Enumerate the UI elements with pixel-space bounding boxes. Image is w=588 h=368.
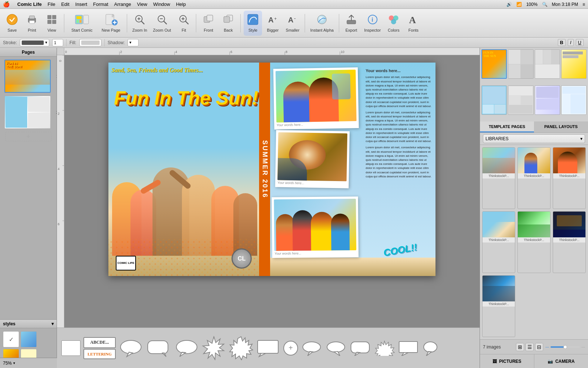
photo-item[interactable]: ThinkstockP... <box>553 211 586 273</box>
menu-extras-icon[interactable]: ≡ <box>582 2 585 7</box>
view-button[interactable]: View <box>43 11 61 36</box>
bigger-button[interactable]: A + Bigger <box>263 11 282 36</box>
photo-item[interactable]: ThinkstockP... <box>482 275 515 337</box>
comic-page[interactable]: Fun In The Sun! Sand, Sea, Friends and G… <box>108 63 435 276</box>
svg-rect-12 <box>83 15 89 24</box>
rect-bubble[interactable] <box>256 339 280 357</box>
small-spiky-1[interactable] <box>374 340 395 356</box>
grid-view-button[interactable]: ⊞ <box>516 343 524 351</box>
fit-button[interactable]: Fit <box>175 11 193 36</box>
small-speech-1[interactable] <box>349 340 371 356</box>
menu-insert[interactable]: Insert <box>75 1 87 7</box>
camera-button[interactable]: 📷 CAMERA <box>534 354 588 368</box>
list-item[interactable]: FUN INTHE SUN! 1 <box>4 60 52 93</box>
photo-panel-2[interactable]: Your words here... <box>275 130 350 188</box>
stroke-control[interactable]: ▾ <box>20 39 49 46</box>
save-button[interactable]: Save <box>3 11 21 36</box>
front-button[interactable]: Front <box>199 11 218 36</box>
italic-button[interactable]: I <box>568 39 574 46</box>
menu-format[interactable]: Format <box>93 1 108 7</box>
details-view-button[interactable]: ⊟ <box>535 343 543 351</box>
template-item[interactable]: FUN INTHE SUN <box>481 49 507 79</box>
photo-item[interactable]: ThinkstockP... <box>482 211 515 273</box>
export-button[interactable]: Export <box>342 11 361 36</box>
new-page-button[interactable]: New Page <box>98 11 124 36</box>
spotlight-icon[interactable]: 🔍 <box>542 2 548 7</box>
apple-menu[interactable]: 🍎 <box>3 1 10 8</box>
libraries-dropdown[interactable]: LIBRARIES ▾ <box>483 134 585 143</box>
template-item[interactable] <box>561 85 587 115</box>
tab-template-pages[interactable]: TEMPLATE PAGES <box>480 121 534 132</box>
style-item[interactable]: ✓ <box>3 331 19 347</box>
shadow-control[interactable]: ▾ <box>128 39 139 46</box>
bold-button[interactable]: B <box>558 39 566 46</box>
menu-file[interactable]: File <box>47 1 55 7</box>
zoom-in-button[interactable]: Zoom In <box>130 11 149 36</box>
photo-panel-3[interactable]: Your words here... <box>272 197 358 258</box>
template-item[interactable] <box>508 85 533 115</box>
page-right[interactable]: Your words here... Your words here... Lo… <box>270 63 435 276</box>
volume-icon[interactable]: 🔊 <box>506 2 512 7</box>
svg-rect-6 <box>47 20 51 24</box>
tab-panel-layouts[interactable]: PANEL LAYOUTS <box>534 121 588 132</box>
menu-edit[interactable]: Edit <box>61 1 69 7</box>
plus-button[interactable]: + <box>283 341 298 355</box>
list-item[interactable]: 2 <box>4 96 52 129</box>
spiky-bubble[interactable] <box>202 336 226 360</box>
fonts-button[interactable]: A Fonts <box>404 11 423 36</box>
pictures-label: PICTURES <box>499 359 521 364</box>
photo-panel-1[interactable]: Your words here... <box>273 67 359 130</box>
photo-item[interactable]: ThinkstockP... <box>517 147 551 209</box>
style-button[interactable]: Style <box>244 11 262 36</box>
template-item[interactable] <box>535 85 560 115</box>
fill-control[interactable] <box>79 39 101 46</box>
template-item[interactable] <box>508 49 533 79</box>
spiky-bubble-2[interactable] <box>229 336 253 360</box>
pictures-button[interactable]: 🖼 PICTURES <box>480 354 534 368</box>
small-oval-3[interactable] <box>422 340 439 356</box>
template-item[interactable] <box>561 49 587 79</box>
small-rect-1[interactable] <box>398 340 419 356</box>
photo-label: ThinkstockP... <box>483 301 515 307</box>
oval-bubble[interactable] <box>119 339 143 357</box>
photo-item[interactable]: ThinkstockP... <box>553 147 586 209</box>
canvas-container[interactable]: Fun In The Sun! Sand, Sea, Friends and G… <box>64 55 480 328</box>
stroke-size-control[interactable]: 1 <box>52 39 63 46</box>
menu-help[interactable]: Help <box>176 1 186 7</box>
time-display: Mon 3:18 PM <box>552 2 578 7</box>
template-item[interactable] <box>481 85 507 115</box>
menu-comic-life[interactable]: Comic Life <box>17 1 42 7</box>
photo-item[interactable]: ThinkstockP... <box>482 147 515 209</box>
oval-bubble-2[interactable] <box>175 339 199 357</box>
small-oval-1[interactable] <box>301 340 322 356</box>
menu-view[interactable]: View <box>137 1 147 7</box>
start-comic-button[interactable]: Start Comic <box>67 11 97 36</box>
blank-panel-item[interactable] <box>61 340 80 356</box>
smaller-button[interactable]: A - Smaller <box>283 11 302 36</box>
small-oval-2[interactable] <box>325 340 347 356</box>
add-page-button[interactable]: + <box>5 132 51 141</box>
fit-label: Fit <box>182 28 186 32</box>
style-item[interactable] <box>21 331 37 347</box>
menu-window[interactable]: Window <box>153 1 170 7</box>
underline-button[interactable]: U <box>576 39 584 46</box>
back-button[interactable]: Back <box>219 11 237 36</box>
lettering-bubble[interactable]: ABCDE... LETTERING <box>83 337 116 359</box>
styles-expand[interactable]: ▾ <box>51 321 54 326</box>
photo-item[interactable]: ThinkstockP... <box>517 211 551 273</box>
colors-button[interactable]: Colors <box>384 11 403 36</box>
page-left[interactable]: Fun In The Sun! Sand, Sea, Friends and G… <box>108 63 270 276</box>
svg-point-57 <box>121 340 141 354</box>
shadow-dropdown[interactable]: ▾ <box>129 40 132 45</box>
instant-alpha-button[interactable]: Instant Alpha <box>308 11 336 36</box>
zoom-out-button[interactable]: Zoom Out <box>151 11 173 36</box>
template-item[interactable] <box>535 49 560 79</box>
list-view-button[interactable]: ☰ <box>526 343 534 351</box>
size-slider[interactable]: — — <box>545 345 585 349</box>
menu-arrange[interactable]: Arrange <box>114 1 131 7</box>
ruler-left: 0 2 4 6 <box>57 55 64 328</box>
inspector-button[interactable]: i Inspector <box>362 11 383 36</box>
zoom-down-arrow[interactable]: ▾ <box>13 361 15 365</box>
print-button[interactable]: Print <box>23 11 41 36</box>
speech-right-bubble[interactable] <box>146 339 172 357</box>
